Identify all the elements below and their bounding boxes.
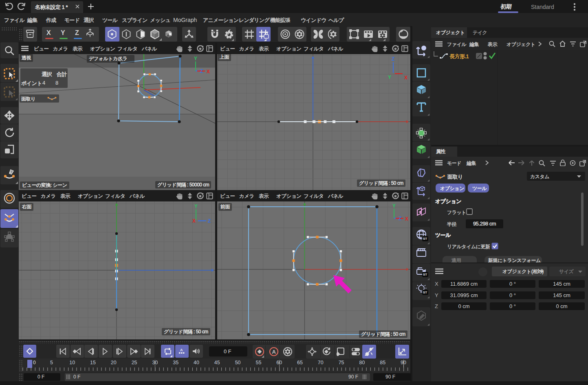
svg-text:Y: Y [194,56,197,61]
svg-text:X: X [405,216,408,222]
svg-text:A: A [272,349,276,355]
svg-text:Z: Z [208,218,211,224]
svg-text:Z: Z [392,56,394,62]
svg-text:Y: Y [194,203,198,209]
svg-text:Z: Z [200,68,203,74]
svg-text:Z: Z [399,216,401,221]
svg-text:A: A [180,348,183,352]
svg-text:Y: Y [388,74,391,80]
svg-text:X: X [192,218,196,224]
svg-text:X: X [207,69,210,74]
svg-text:Y: Y [392,203,396,209]
svg-text:X: X [404,75,407,81]
